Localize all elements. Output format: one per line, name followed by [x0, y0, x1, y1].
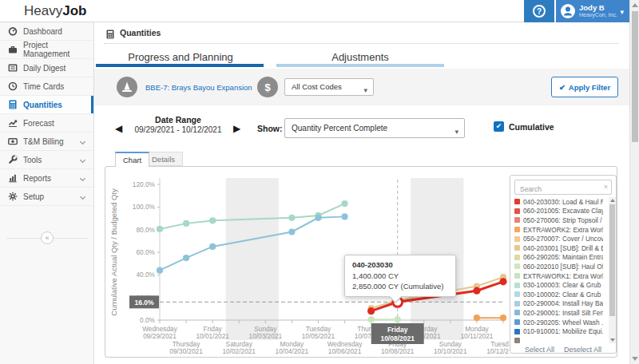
gauge-icon: [8, 26, 18, 36]
tab-inactive-underline: [276, 64, 444, 67]
legend-swatch: [514, 217, 520, 223]
tooltip-cost-code: 040-203030: [352, 260, 448, 269]
topbar: HeavyJob ? Jody B HeavyCon, Inc. ▾: [0, 0, 629, 22]
legend-swatch: [514, 245, 520, 251]
main-content: Quantities Progress and Planning Adjustm…: [94, 22, 629, 364]
svg-text:40.0%: 40.0%: [136, 271, 155, 279]
legend-swatch: [514, 227, 520, 232]
legend-item[interactable]: 030-100002: Clear & Grub -...: [514, 290, 603, 299]
logo-bold: Job: [62, 3, 86, 18]
deselect-all-link[interactable]: Deselect All: [564, 346, 601, 354]
sidebar-item-setup[interactable]: Setup: [0, 188, 93, 206]
sidebar-item-project-management[interactable]: Project Management: [0, 41, 93, 59]
tab-chart[interactable]: Chart: [115, 152, 149, 167]
legend-item[interactable]: 050-270006: Strip Topsoil / ...: [514, 216, 603, 225]
svg-text:10/10/2021: 10/10/2021: [434, 347, 467, 355]
sidebar-item-t-m-billing[interactable]: T&M Billing: [0, 133, 93, 151]
tooltip-cumulative-qty: 2,850.000 CY (Cumulative): [352, 282, 448, 291]
sidebar-item-label: Reports: [23, 174, 51, 183]
tab-adjustments[interactable]: Adjustments: [276, 51, 444, 63]
legend-item[interactable]: 020-290004: Install Hay Bal...: [514, 299, 603, 309]
sidebar-item-tools[interactable]: Tools: [0, 151, 93, 169]
sidebar-item-quantities[interactable]: Quantities: [0, 96, 93, 114]
svg-text:10/08/2021: 10/08/2021: [381, 347, 415, 355]
legend-item[interactable]: 020-290001: Install Silt Fence: [514, 308, 603, 318]
legend-item-label: EXTRAWORK1: Extra Work /...: [523, 272, 603, 280]
legend-swatch: [514, 283, 520, 288]
legend-item-label: 040-203001 [SUB]: Drill & B...: [523, 244, 603, 252]
scrollbar-thumb[interactable]: [632, 11, 638, 142]
job-icon: [117, 77, 137, 97]
legend-item[interactable]: 060-201005: Excavate Clay ...: [514, 207, 603, 216]
cumulative-checkbox[interactable]: ✔: [494, 121, 504, 132]
legend-item[interactable]: EXTRAWORK1: Extra Work /...: [514, 271, 603, 281]
svg-text:10/11/2021: 10/11/2021: [460, 332, 493, 340]
tooltip-qty: 1,400.000 CY: [352, 271, 448, 280]
legend-item[interactable]: 060-290205: Maintain Entra...: [514, 253, 603, 263]
legend-item[interactable]: 050-270007: Cover / Uncov...: [514, 234, 603, 243]
sidebar-items: DashboardProject ManagementDaily DigestT…: [0, 22, 93, 206]
heavyjob-logo: HeavyJob: [24, 0, 86, 22]
legend-item[interactable]: 040-203001 [SUB]: Drill & B...: [514, 243, 603, 253]
sidebar-item-time-cards[interactable]: Time Cards: [0, 77, 93, 96]
legend-item[interactable]: 020-290205: Wheel Wash ...: [514, 318, 603, 327]
legend-item-partial[interactable]: [514, 336, 603, 343]
legend-swatch: [514, 255, 520, 260]
page-header: Quantities: [105, 28, 161, 38]
prev-date-range-button[interactable]: ◀: [115, 123, 122, 134]
legend-item[interactable]: 060-202010 [SUB]: Haul Off...: [514, 262, 603, 271]
vertical-scrollbar[interactable]: [629, 0, 639, 364]
job-link[interactable]: BBE-7: Brays Bayou Expansion: [145, 83, 252, 92]
legend-item-label: 060-202010 [SUB]: Haul Off...: [523, 263, 603, 271]
gear-icon: [8, 192, 18, 201]
chart-legend: × 040-203030: Load & Haul R...060-201005…: [510, 175, 617, 354]
divider: [104, 43, 618, 44]
sidebar-item-forecast[interactable]: Forecast: [0, 114, 93, 133]
legend-item-label: EXTRAWORK2: Extra Work /...: [523, 226, 603, 234]
scroll-down-icon[interactable]: [632, 357, 638, 361]
legend-item[interactable]: EXTRAWORK2: Extra Work /...: [514, 225, 603, 235]
calculator-icon: [8, 100, 18, 109]
search-input[interactable]: [515, 183, 611, 196]
cost-codes-select[interactable]: All Cost Codes ▾: [284, 78, 374, 96]
scroll-down-icon[interactable]: [610, 338, 615, 342]
show-select[interactable]: Quantity Percent Complete ▾: [284, 118, 465, 138]
legend-item-label: 040-203030: Load & Haul R...: [523, 198, 603, 206]
select-all-link[interactable]: Select All: [525, 346, 554, 354]
collapse-sidebar-button[interactable]: «: [41, 231, 54, 244]
svg-text:10/02/2021: 10/02/2021: [222, 347, 256, 355]
legend-swatch: [514, 329, 520, 334]
apply-filter-button[interactable]: ✔ Apply Filter: [551, 77, 618, 97]
legend-item-label: 020-290004: Install Hay Bal...: [523, 299, 603, 307]
legend-item-label: 030-100003: Clear & Grub -...: [523, 281, 603, 289]
scroll-up-icon[interactable]: [632, 3, 638, 7]
date-range-label: Date Range: [126, 115, 230, 125]
legend-item-label: 050-270006: Strip Topsoil / ...: [523, 216, 603, 224]
legend-scrollbar[interactable]: [609, 197, 616, 343]
tab-progress-and-planning[interactable]: Progress and Planning: [97, 51, 264, 63]
svg-text:100.0%: 100.0%: [133, 203, 156, 211]
legend-scrollbar-thumb[interactable]: [609, 204, 615, 316]
help-button[interactable]: ?: [524, 0, 554, 22]
legend-item[interactable]: 040-203030: Load & Haul R...: [514, 197, 603, 207]
legend-item-label: 010-910001: Mobilize Equi...: [523, 327, 603, 335]
legend-swatch: [514, 273, 520, 279]
user-menu[interactable]: Jody B HeavyCon, Inc. ▾: [556, 0, 629, 22]
sidebar-item-reports[interactable]: Reports: [0, 169, 93, 188]
scroll-up-icon[interactable]: [610, 199, 615, 202]
tab-details[interactable]: Details: [144, 152, 183, 166]
next-date-range-button[interactable]: ▶: [233, 123, 240, 134]
date-range-value: 09/29/2021 - 10/12/2021: [126, 125, 230, 134]
sidebar-item-label: Setup: [23, 192, 44, 201]
trend-icon: [8, 118, 18, 128]
clear-search-icon[interactable]: ×: [604, 183, 608, 191]
svg-text:0.0%: 0.0%: [140, 316, 156, 324]
sidebar-item-dashboard[interactable]: Dashboard: [0, 22, 93, 41]
sidebar-item-label: Time Cards: [23, 82, 64, 91]
legend-item[interactable]: 010-910001: Mobilize Equi...: [514, 326, 603, 336]
legend-swatch: [514, 208, 520, 214]
svg-text:10/06/2021: 10/06/2021: [328, 347, 362, 355]
sidebar-item-daily-digest[interactable]: Daily Digest: [0, 59, 93, 77]
legend-item[interactable]: 030-100003: Clear & Grub -...: [514, 280, 603, 290]
legend-swatch: [514, 263, 520, 269]
